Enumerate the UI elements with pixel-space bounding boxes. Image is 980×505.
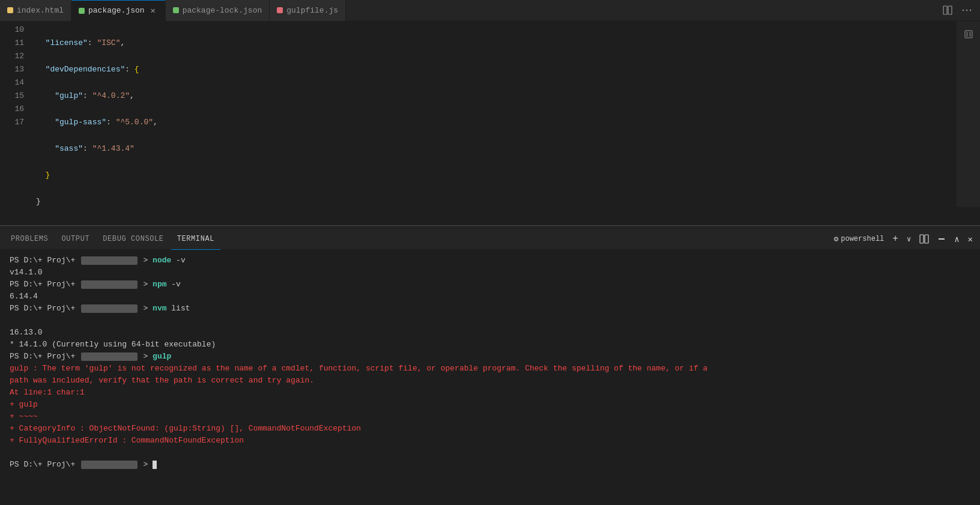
- or-label: or: [675, 364, 685, 373]
- tab-close-package-json[interactable]: ✕: [148, 6, 158, 16]
- split-editor-button[interactable]: [939, 2, 956, 19]
- svg-rect-7: [969, 32, 971, 37]
- terminal-error-4: + gulp: [10, 399, 970, 411]
- tab-terminal-label: TERMINAL: [177, 235, 214, 243]
- tab-gulpfile-js[interactable]: gulpfile.js: [270, 0, 346, 21]
- tab-index-html[interactable]: index.html: [0, 0, 71, 21]
- terminal-actions: ⚙ powershell + ∨ ∧ ✕: [831, 232, 975, 246]
- split-terminal-button[interactable]: [917, 233, 931, 245]
- plus-icon: +: [892, 234, 898, 244]
- tab-output-label: OUTPUT: [61, 235, 89, 243]
- maximize-panel-button[interactable]: ∧: [952, 233, 961, 246]
- terminal-line-4: 6.14.4: [10, 291, 970, 303]
- close-panel-button[interactable]: ✕: [966, 233, 975, 246]
- tab-icon-json2: [173, 7, 179, 13]
- tab-terminal[interactable]: TERMINAL: [171, 229, 220, 250]
- code-content[interactable]: "license": "ISC", "devDependencies": { "…: [29, 21, 972, 225]
- terminal-tabs-bar: PROBLEMS OUTPUT DEBUG CONSOLE TERMINAL ⚙…: [0, 229, 980, 250]
- editor-right-sidebar: [956, 21, 980, 207]
- more-actions-button[interactable]: [958, 2, 975, 19]
- minimap-icon[interactable]: [960, 26, 977, 43]
- code-view: 10 11 12 13 14 15 16 17 "license": "ISC"…: [0, 21, 980, 225]
- tab-label-package-lock-json: package-lock.json: [183, 6, 262, 15]
- tab-label-package-json: package.json: [88, 6, 145, 15]
- tab-label-gulpfile-js: gulpfile.js: [286, 6, 338, 15]
- terminal-cursor: [153, 461, 157, 469]
- svg-rect-1: [948, 6, 952, 14]
- terminal-error-5: + ~~~~: [10, 411, 970, 423]
- terminal-line-6: [10, 315, 970, 327]
- terminal-error-3: At line:1 char:1: [10, 387, 970, 399]
- terminal-line-8: * 14.1.0 (Currently using 64-bit executa…: [10, 339, 970, 351]
- terminal-panel: PROBLEMS OUTPUT DEBUG CONSOLE TERMINAL ⚙…: [0, 229, 980, 505]
- terminal-line-1: PS D:\+ Proj\+ > node -v: [10, 255, 970, 267]
- terminal-profile-dropdown[interactable]: ∨: [904, 234, 913, 245]
- chevron-up-icon: ∧: [954, 234, 959, 244]
- svg-rect-0: [943, 6, 947, 14]
- new-terminal-button[interactable]: +: [890, 232, 901, 246]
- chevron-down-icon: ∨: [907, 235, 911, 244]
- terminal-line-blank: [10, 447, 970, 459]
- terminal-settings-button[interactable]: ⚙ powershell: [831, 233, 886, 245]
- terminal-line-5: PS D:\+ Proj\+ > nvm list: [10, 303, 970, 315]
- tab-debug-console[interactable]: DEBUG CONSOLE: [97, 229, 169, 250]
- terminal-content[interactable]: PS D:\+ Proj\+ > node -v v14.1.0 PS D:\+…: [0, 250, 980, 505]
- gear-icon: ⚙: [833, 234, 838, 244]
- powershell-label: powershell: [841, 235, 884, 243]
- terminal-line-2: v14.1.0: [10, 267, 970, 279]
- terminal-error-2: path was included, verify that the path …: [10, 375, 970, 387]
- tab-output[interactable]: OUTPUT: [55, 229, 95, 250]
- tab-icon-html: [7, 7, 13, 13]
- svg-rect-9: [925, 235, 928, 243]
- close-icon: ✕: [968, 234, 973, 244]
- svg-point-4: [970, 10, 971, 11]
- svg-point-3: [966, 10, 967, 11]
- line-numbers: 10 11 12 13 14 15 16 17: [0, 21, 29, 225]
- editor-area: 10 11 12 13 14 15 16 17 "license": "ISC"…: [0, 21, 980, 505]
- terminal-error-7: + FullyQualifiedErrorId : CommandNotFoun…: [10, 435, 970, 447]
- terminal-prompt-final: PS D:\+ Proj\+ >: [10, 459, 970, 471]
- tab-bar: index.html package.json ✕ package-lock.j…: [0, 0, 980, 21]
- svg-rect-8: [920, 235, 924, 243]
- svg-rect-5: [965, 31, 972, 38]
- terminal-line-7: 16.13.0: [10, 327, 970, 339]
- svg-point-2: [963, 10, 964, 11]
- tab-icon-js: [277, 7, 283, 13]
- svg-rect-6: [966, 32, 968, 37]
- kill-terminal-button[interactable]: [935, 234, 948, 244]
- tab-package-lock-json[interactable]: package-lock.json: [166, 0, 270, 21]
- tab-icon-json: [79, 8, 85, 14]
- tab-label-index-html: index.html: [17, 6, 64, 15]
- tab-package-json[interactable]: package.json ✕: [71, 0, 166, 21]
- terminal-error-6: + CategoryInfo : ObjectNotFound: (gulp:S…: [10, 423, 970, 435]
- terminal-line-9: PS D:\+ Proj\+ > gulp: [10, 351, 970, 363]
- svg-rect-10: [939, 238, 945, 240]
- tab-problems[interactable]: PROBLEMS: [5, 229, 54, 250]
- terminal-line-3: PS D:\+ Proj\+ > npm -v: [10, 279, 970, 291]
- tab-bar-actions: [939, 2, 980, 19]
- terminal-error-1: gulp : The term 'gulp' is not recognized…: [10, 363, 970, 375]
- tab-debug-label: DEBUG CONSOLE: [103, 235, 163, 243]
- tab-problems-label: PROBLEMS: [11, 235, 48, 243]
